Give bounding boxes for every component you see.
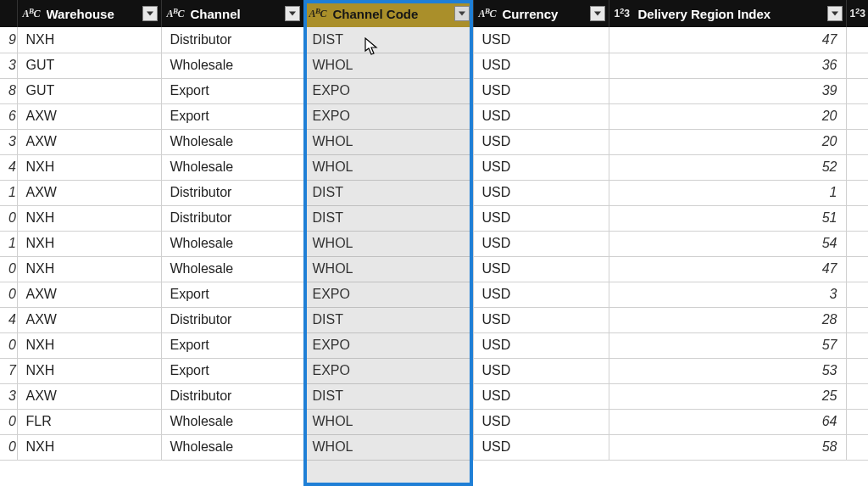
table-row[interactable]: 1NXHWholesaleWHOLUSD54	[0, 231, 868, 256]
cell-currency[interactable]: USD	[473, 205, 609, 231]
cell-currency[interactable]: USD	[473, 231, 609, 256]
table-row[interactable]: 0NXHDistributorDISTUSD51	[0, 205, 868, 231]
data-grid[interactable]: ABC Warehouse ABC Channel	[0, 0, 868, 461]
cell-channel[interactable]: Distributor	[161, 383, 303, 409]
cell-channel-code[interactable]: WHOL	[303, 231, 473, 256]
cell-warehouse[interactable]: AXW	[17, 129, 161, 154]
column-filter-dropdown[interactable]	[827, 6, 843, 21]
cell-delivery-region-index[interactable]: 20	[609, 129, 846, 154]
cell-channel[interactable]: Wholesale	[161, 434, 303, 460]
cell-partial-next[interactable]	[846, 205, 868, 231]
cell-warehouse[interactable]: NXH	[17, 434, 161, 460]
cell-channel-code[interactable]: EXPO	[303, 78, 473, 103]
cell-channel-code[interactable]: WHOL	[303, 129, 473, 154]
cell-channel-code[interactable]: WHOL	[303, 53, 473, 78]
cell-warehouse[interactable]: NXH	[17, 205, 161, 231]
cell-channel-code[interactable]: WHOL	[303, 409, 473, 434]
table-row[interactable]: 3AXWDistributorDISTUSD25	[0, 383, 868, 409]
cell-channel-code[interactable]: EXPO	[303, 282, 473, 307]
cell-delivery-region-index[interactable]: 58	[609, 434, 846, 460]
table-row[interactable]: 7NXHExportEXPOUSD53	[0, 358, 868, 383]
cell-currency[interactable]: USD	[473, 154, 609, 180]
table-row[interactable]: 8GUTExportEXPOUSD39	[0, 78, 868, 103]
cell-delivery-region-index[interactable]: 47	[609, 27, 846, 53]
cell-channel-code[interactable]: DIST	[303, 27, 473, 53]
cell-warehouse[interactable]: FLR	[17, 409, 161, 434]
table-row[interactable]: 3AXWWholesaleWHOLUSD20	[0, 129, 868, 154]
cell-currency[interactable]: USD	[473, 256, 609, 282]
cell-channel[interactable]: Export	[161, 103, 303, 129]
table-row[interactable]: 6AXWExportEXPOUSD20	[0, 103, 868, 129]
table-row[interactable]: 1AXWDistributorDISTUSD1	[0, 180, 868, 205]
cell-partial-next[interactable]	[846, 180, 868, 205]
cell-warehouse[interactable]: GUT	[17, 78, 161, 103]
cell-partial-next[interactable]	[846, 434, 868, 460]
cell-currency[interactable]: USD	[473, 434, 609, 460]
cell-channel[interactable]: Distributor	[161, 180, 303, 205]
cell-channel[interactable]: Wholesale	[161, 231, 303, 256]
cell-channel[interactable]: Wholesale	[161, 409, 303, 434]
cell-channel[interactable]: Wholesale	[161, 256, 303, 282]
cell-currency[interactable]: USD	[473, 282, 609, 307]
column-header-partial-next[interactable]: 123	[846, 0, 868, 27]
cell-delivery-region-index[interactable]: 39	[609, 78, 846, 103]
cell-partial-next[interactable]	[846, 383, 868, 409]
cell-delivery-region-index[interactable]: 28	[609, 307, 846, 332]
cell-partial-next[interactable]	[846, 154, 868, 180]
cell-partial-next[interactable]	[846, 307, 868, 332]
column-filter-dropdown[interactable]	[285, 6, 300, 21]
cell-partial-next[interactable]	[846, 231, 868, 256]
cell-delivery-region-index[interactable]: 20	[609, 103, 846, 129]
cell-channel[interactable]: Wholesale	[161, 53, 303, 78]
column-header-currency[interactable]: ABC Currency	[473, 0, 609, 27]
column-header-delivery-region-index[interactable]: 123 Delivery Region Index	[609, 0, 846, 27]
cell-channel[interactable]: Distributor	[161, 307, 303, 332]
cell-warehouse[interactable]: NXH	[17, 231, 161, 256]
cell-currency[interactable]: USD	[473, 409, 609, 434]
cell-delivery-region-index[interactable]: 52	[609, 154, 846, 180]
cell-currency[interactable]: USD	[473, 129, 609, 154]
cell-channel-code[interactable]: DIST	[303, 383, 473, 409]
cell-channel[interactable]: Wholesale	[161, 154, 303, 180]
cell-delivery-region-index[interactable]: 47	[609, 256, 846, 282]
cell-channel[interactable]: Export	[161, 282, 303, 307]
cell-currency[interactable]: USD	[473, 53, 609, 78]
cell-delivery-region-index[interactable]: 53	[609, 358, 846, 383]
cell-partial-next[interactable]	[846, 256, 868, 282]
cell-channel[interactable]: Export	[161, 78, 303, 103]
cell-delivery-region-index[interactable]: 1	[609, 180, 846, 205]
table-row[interactable]: 0FLRWholesaleWHOLUSD64	[0, 409, 868, 434]
column-filter-dropdown[interactable]	[142, 6, 158, 21]
column-filter-dropdown[interactable]	[454, 6, 470, 21]
cell-channel-code[interactable]: DIST	[303, 205, 473, 231]
cell-currency[interactable]: USD	[473, 180, 609, 205]
cell-channel[interactable]: Distributor	[161, 205, 303, 231]
column-filter-dropdown[interactable]	[590, 6, 605, 21]
cell-currency[interactable]: USD	[473, 78, 609, 103]
table-row[interactable]: 0NXHExportEXPOUSD57	[0, 332, 868, 358]
cell-warehouse[interactable]: NXH	[17, 332, 161, 358]
cell-channel[interactable]: Distributor	[161, 27, 303, 53]
cell-channel-code[interactable]: EXPO	[303, 332, 473, 358]
cell-delivery-region-index[interactable]: 64	[609, 409, 846, 434]
cell-channel-code[interactable]: DIST	[303, 307, 473, 332]
cell-partial-next[interactable]	[846, 53, 868, 78]
cell-channel-code[interactable]: WHOL	[303, 154, 473, 180]
table-row[interactable]: 0AXWExportEXPOUSD3	[0, 282, 868, 307]
cell-partial-next[interactable]	[846, 358, 868, 383]
cell-delivery-region-index[interactable]: 36	[609, 53, 846, 78]
table-row[interactable]: 0NXHWholesaleWHOLUSD58	[0, 434, 868, 460]
table-row[interactable]: 4NXHWholesaleWHOLUSD52	[0, 154, 868, 180]
cell-warehouse[interactable]: AXW	[17, 383, 161, 409]
cell-warehouse[interactable]: AXW	[17, 180, 161, 205]
cell-warehouse[interactable]: GUT	[17, 53, 161, 78]
column-header-channel[interactable]: ABC Channel	[161, 0, 303, 27]
cell-warehouse[interactable]: NXH	[17, 27, 161, 53]
cell-currency[interactable]: USD	[473, 383, 609, 409]
cell-delivery-region-index[interactable]: 54	[609, 231, 846, 256]
cell-partial-next[interactable]	[846, 332, 868, 358]
cell-currency[interactable]: USD	[473, 332, 609, 358]
table-row[interactable]: 9NXHDistributorDISTUSD47	[0, 27, 868, 53]
cell-partial-next[interactable]	[846, 129, 868, 154]
cell-warehouse[interactable]: NXH	[17, 154, 161, 180]
